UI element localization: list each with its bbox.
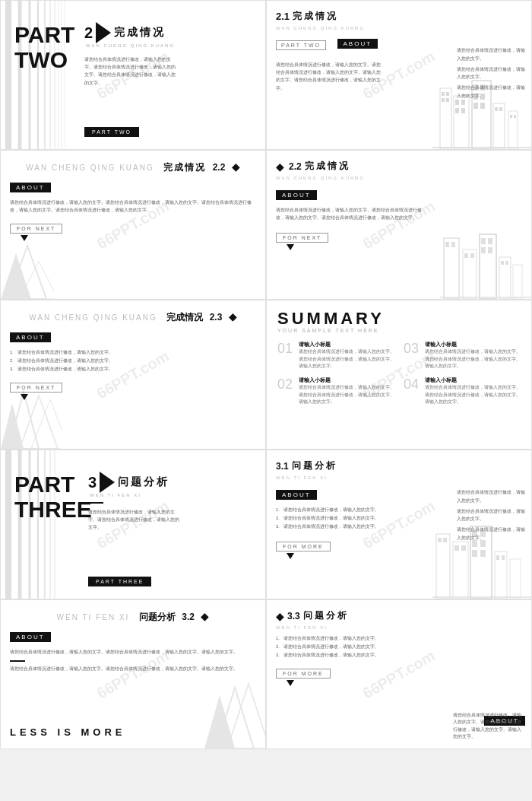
for-next-btn-2-2-l[interactable]: FOR NEXT [10, 224, 62, 234]
arrow-down-icon-5 [287, 680, 294, 686]
summary-sub-title-04: 请输入小标题 [425, 377, 521, 384]
title-3-1: 问题分析 [292, 459, 337, 472]
wenti-cn-title: 问题分析 [118, 475, 169, 489]
slide-summary: 66PPT.com SUMMARY YOUR SAMPLE TEXT HERE … [266, 300, 532, 450]
summary-sub-title-03: 请输入小标题 [425, 341, 521, 348]
pinyin-2-3: WAN CHENG QING KUANG [29, 313, 157, 322]
svg-rect-78 [496, 555, 499, 560]
svg-rect-26 [480, 103, 485, 109]
for-more-btn-3-1[interactable]: FOR MORE [276, 542, 331, 551]
summary-text-03: 请您结合具体情况进行修改，请输入您的文字。请您结合具体情况进行修改，请输入您的文… [425, 348, 521, 370]
svg-rect-75 [472, 550, 477, 557]
svg-rect-10 [440, 88, 451, 149]
section-title-block: 2 完成情况 WAN CHENG QING KUANG 请您结合具体情况进行修改… [84, 22, 176, 87]
num-3-2: 3.2 [182, 612, 195, 622]
summary-text-04: 请您结合具体情况进行修改，请输入您的文字。请您结合具体情况进行修改，请输入您的文… [425, 384, 521, 406]
slide-wancheng-2-2-left: 66PPT.com WAN CHENG QING KUANG 完成情况 2.2 … [0, 150, 266, 300]
desc-3-2-2: 请您结合具体情况进行修改，请输入您的文字。请您结合具体情况进行修改，请输入您的文… [10, 665, 256, 672]
svg-rect-64 [436, 534, 450, 599]
svg-rect-38 [445, 242, 449, 247]
svg-rect-29 [499, 107, 502, 111]
for-more-btn-3-3[interactable]: FOR MORE [276, 669, 331, 679]
svg-rect-25 [473, 103, 478, 109]
svg-rect-45 [488, 238, 492, 244]
section-desc: 请您结合具体情况进行修改，请输入您的文字。请您结合具体情况进行修改，请输入您的文… [84, 56, 176, 87]
svg-rect-16 [455, 100, 459, 105]
arrow-icon [96, 22, 111, 43]
section-pinyin: WAN CHENG QING KUANG [86, 43, 176, 48]
summary-num-01: 01 [277, 341, 294, 370]
about-item-3-1-3: 请您结合具体情况进行修改，请输入您的文字。 [457, 526, 525, 542]
svg-rect-41 [464, 253, 468, 258]
wenti-3-3-list-2: 2.请您结合具体情况进行修改，请输入您的文字。 [276, 643, 522, 651]
about-badge-3-2: ABOUT [10, 632, 51, 642]
svg-rect-12 [446, 92, 449, 96]
num-2-1: 2.1 [276, 11, 290, 22]
svg-rect-69 [461, 545, 466, 551]
desc-2-2-l: 请您结合具体情况进行修改，请输入您的文字。请您结合具体情况进行修改，请输入您的文… [10, 199, 256, 214]
svg-rect-50 [505, 261, 508, 265]
svg-rect-11 [442, 92, 445, 96]
about-item-3-1-1: 请您结合具体情况进行修改，请输入您的文字。 [457, 488, 525, 505]
svg-marker-56 [31, 399, 62, 449]
section-number: 2 [84, 24, 93, 42]
slide-wenti-3-3: 66PPT.com ◆ 3.3 问题分析 WEN TI FEN XI 1.请您结… [266, 599, 532, 749]
summary-item-02: 02 请输入小标题 请您结合具体情况进行修改，请输入您的文字。请您结合具体情况进… [277, 377, 394, 406]
slide-part-three: 66PPT.com PART THREE 3 问题分析 WEN TI F [0, 450, 266, 599]
pinyin-3-1: WEN TI FEN XI [276, 475, 522, 480]
summary-num-04: 04 [404, 377, 420, 406]
summary-item-01: 01 请输入小标题 请您结合具体情况进行修改，请输入您的文字。请您结合具体情况进… [277, 341, 394, 370]
about-text-3-1: 请您结合具体情况进行修改，请输入您的文字。 请您结合具体情况进行修改，请输入您的… [457, 488, 525, 542]
num-2-2-r: 2.2 [289, 161, 302, 172]
part-three-badge: PART THREE [88, 577, 151, 586]
about-text-3-3: 请您结合具体情况进行修改，请输入您的文字。请您结合具体情况进行修改，请输入您的文… [453, 712, 525, 741]
about-item-2: 请您结合具体情况进行修改，请输入您的文字。 [457, 65, 525, 82]
arrow-down-icon-4 [287, 553, 294, 559]
summary-text-01: 请您结合具体情况进行修改，请输入您的文字。请您结合具体情况进行修改，请输入您的文… [299, 348, 394, 370]
section-3-desc: 请您结合具体情况进行修改，请输入您的文字。请您结合具体情况进行修改，请输入您的文… [88, 508, 179, 532]
num-top: 2.2 [213, 162, 226, 173]
title-3-3: 问题分析 [303, 609, 349, 622]
slide-wancheng-2-2-right: 66PPT.com ◆ 2.2 完成情况 WAN CHENG QING KUAN… [266, 150, 532, 300]
about-badge-2-2-l: ABOUT [10, 183, 51, 192]
less-is-more: LESS IS MORE [10, 726, 125, 738]
part-two-label: PART TWO [14, 22, 74, 72]
slide-wenti-3-1: 66PPT.com 3.1 问题分析 WEN TI FEN XI ABOUT 1… [266, 450, 532, 599]
desc-2-1: 请您结合具体情况进行修改，请输入您的文字。请您结合具体情况进行修改，请输入您的文… [276, 61, 382, 92]
about-badge-2-1: ABOUT [337, 39, 378, 49]
svg-rect-18 [455, 108, 459, 113]
svg-rect-30 [508, 111, 518, 149]
svg-rect-19 [461, 108, 465, 113]
svg-marker-53 [1, 403, 24, 449]
about-item-3-1-2: 请您结合具体情况进行修改，请输入您的文字。 [457, 507, 525, 524]
svg-rect-47 [488, 247, 492, 253]
svg-rect-28 [495, 107, 498, 111]
svg-rect-80 [510, 559, 521, 599]
desc-2-2-r: 请您结合具体情况进行修改，请输入您的文字。请您结合具体情况进行修改，请输入您的文… [276, 206, 428, 221]
for-next-btn-2-2-r[interactable]: FOR NEXT [276, 233, 328, 243]
slide-wancheng-2-3: 66PPT.com WAN CHENG QING KUANG 完成情况 2.3 … [0, 300, 266, 450]
section-3-title-block: 3 问题分析 WEN TI FEN XI 请您结合具体情况进行修改，请输入您的文… [88, 472, 179, 532]
summary-item-03: 03 请输入小标题 请您结合具体情况进行修改，请输入您的文字。请您结合具体情况进… [404, 341, 521, 370]
svg-rect-65 [438, 538, 442, 542]
summary-title: SUMMARY [277, 310, 521, 328]
slide-grid: 66PPT.com PART TWO 2 [0, 0, 532, 801]
slide-wenti-3-2: 66PPT.com WEN TI FEN XI 问题分析 3.2 ◆ ABOUT… [0, 599, 266, 749]
about-badge-2-2-r: ABOUT [276, 190, 317, 200]
pinyin-3-2: WEN TI FEN XI [57, 613, 130, 621]
pinyin-3-3: WEN TI FEN XI [276, 625, 522, 630]
num-3-1: 3.1 [276, 461, 289, 472]
svg-rect-46 [481, 247, 486, 253]
about-list: 请您结合具体情况进行修改，请输入您的文字。 请您结合具体情况进行修改，请输入您的… [457, 46, 525, 100]
sep-line [88, 502, 103, 504]
svg-rect-13 [442, 98, 445, 102]
slide-part-two: 66PPT.com PART TWO 2 [0, 0, 266, 150]
arrow-icon-3 [100, 472, 115, 493]
num-3-3: 3.3 [287, 611, 300, 621]
about-item-3: 请您结合具体情况进行修改，请输入您的文字。 [457, 84, 525, 100]
wenti-pinyin: WEN TI FEN XI [90, 493, 179, 497]
part-two-badge: PART TWO [276, 40, 326, 50]
list-item-3: 3.请您结合具体情况进行修改，请输入您的文字。 [10, 365, 256, 373]
summary-text-02: 请您结合具体情况进行修改，请输入您的文字。请您结合具体情况进行修改，请输入您的文… [299, 384, 394, 406]
svg-rect-14 [446, 98, 449, 102]
